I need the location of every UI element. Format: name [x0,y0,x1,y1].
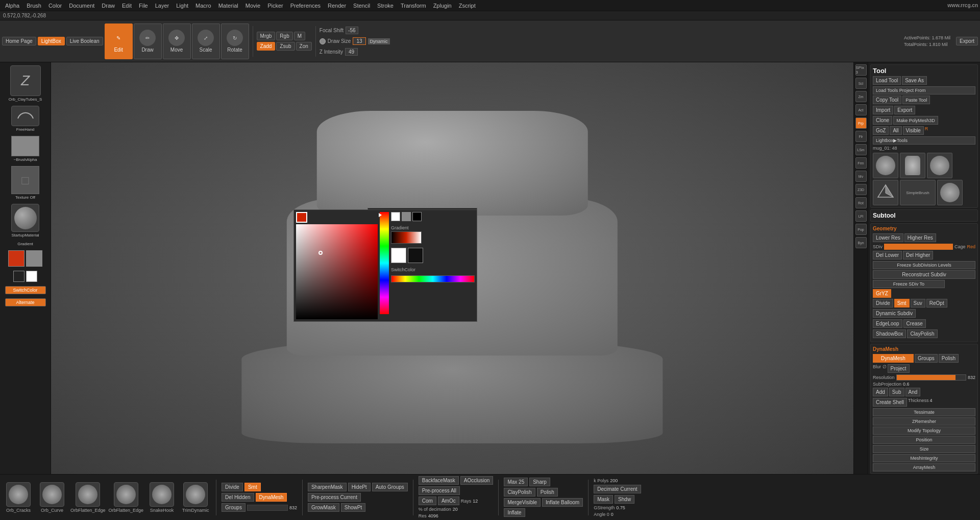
bottom-tool-orb-cracks[interactable]: Orb_Cracks [3,482,34,513]
create-shell-button[interactable]: Create Shell [873,398,907,407]
menu-edit[interactable]: Edit [119,2,135,10]
lsym-button[interactable]: LSm [855,144,867,155]
merge-visible-button[interactable]: MergeVisible [504,498,541,507]
menu-macro[interactable]: Macro [192,2,214,10]
white-large-swatch[interactable] [391,248,406,263]
floor-button[interactable]: Flr [855,131,867,142]
scroll-button[interactable]: Scl [855,78,867,89]
menu-layer[interactable]: Layer [152,2,173,10]
max25-button[interactable]: Max 25 [504,478,528,486]
foreground-color-swatch[interactable] [8,250,24,267]
project-button[interactable]: Project [888,364,910,373]
backface-mask-button[interactable]: BackfaceMask [419,476,459,485]
zoom-button[interactable]: Zm [855,91,867,102]
inflate-balloon-button[interactable]: Inflate Balloom [542,498,583,507]
freeze-subdiv-button[interactable]: Freeze SubDivision Levels [873,261,975,269]
alpha-preview[interactable] [11,136,39,156]
groups-bottom-button[interactable]: Groups [222,503,246,512]
lower-res-button[interactable]: Lower Res [873,233,903,242]
frame-button[interactable]: Frm [855,157,867,169]
menu-stencil[interactable]: Stencil [350,2,373,10]
reopt-button[interactable]: ReOpt [926,299,947,308]
modify-topology-button[interactable]: Modify Topology [873,427,975,435]
draw-size-dial[interactable] [320,38,326,44]
tool-thumb-mug01c[interactable] [937,180,963,205]
stroke-selector[interactable]: FreeHand [3,106,48,132]
save-as-button[interactable]: Save As [902,76,927,85]
switch-color-button[interactable]: SwitchColor [5,286,46,294]
black-swatch[interactable] [13,271,24,282]
menu-zplugin[interactable]: Zplugin [430,2,455,10]
gryz-button[interactable]: GrYZ [873,289,891,298]
texture-selector[interactable]: □ Texture Off [3,166,48,200]
move-button[interactable]: ✥ Move [163,23,191,59]
dynamic-label[interactable]: Dynamic [368,38,390,44]
resolution-slider[interactable] [896,374,966,381]
menu-file[interactable]: File [136,2,151,10]
draw-button[interactable]: ✏ Draw [134,23,162,59]
black-large-swatch[interactable] [408,248,423,263]
pre-process-current-button[interactable]: Pre-process Current [308,493,361,502]
line-fill-button[interactable]: LFl [855,210,867,222]
export-tool-button[interactable]: Export [894,106,915,114]
bottom-tool-orb-curve[interactable]: Orb_Curve [37,482,67,513]
visible-button[interactable]: Visible [903,126,924,135]
gradient-bar[interactable] [391,231,422,244]
clay-polish-button[interactable]: ClayPolish [504,488,535,497]
snakehook-icon[interactable] [150,482,174,507]
freeze-sdiv-to-button[interactable]: Freeze SDiv To [873,280,945,288]
menu-stroke[interactable]: Stroke [374,2,397,10]
smt-bottom-button[interactable]: Smt [244,483,261,491]
menu-document[interactable]: Document [66,2,97,10]
sdiv-slider[interactable] [884,244,953,250]
menu-alpha[interactable]: Alpha [2,2,22,10]
copy-tool-button[interactable]: Copy Tool [873,96,901,104]
all-button[interactable]: All [890,126,901,135]
resolution-bottom-slider[interactable] [247,505,288,511]
orbflatten-icon[interactable] [76,482,100,507]
polish-button[interactable]: Polish [939,354,959,363]
hide-pt-button[interactable]: HidePt [348,483,371,491]
sharpen-mask-button[interactable]: SharpenMask [308,483,347,491]
dynamesh-button[interactable]: DynaMesh [873,354,914,363]
orb-cracks-icon[interactable] [6,482,31,507]
add-button[interactable]: Add [873,388,888,396]
scale-button[interactable]: ⤢ Scale [192,23,220,59]
dynamic-subdiv-button[interactable]: Dynamic Subdiv [873,309,916,318]
mrgb-button[interactable]: Mrgb [257,32,276,40]
gray-option[interactable] [402,212,411,221]
trimdynamic-icon[interactable] [183,482,208,507]
menu-light[interactable]: Light [173,2,191,10]
size-button[interactable]: Size [873,445,975,453]
decimate-current-button[interactable]: Decimate Current [594,485,641,493]
lightbox-button[interactable]: LightBox [38,37,65,45]
edgeloop-button[interactable]: EdgeLoop [873,319,902,328]
gradient-selector[interactable]: Gradient [3,242,48,246]
material-selector[interactable]: StartupMaterial [3,204,48,238]
brush-selector[interactable]: Z Orb_ClayTubes_S [3,65,48,102]
alpha-selector[interactable]: ~BrushAlpha [3,136,48,162]
reconstruct-subdiv-button[interactable]: Reconstruct Subdiv [873,270,975,279]
rotate-button[interactable]: ↻ Rotate [221,23,249,59]
higher-res-button[interactable]: Higher Res [904,233,936,242]
smt-button[interactable]: Smt [894,299,910,308]
show-pt-button[interactable]: ShowPt [341,503,365,512]
import-button[interactable]: Import [873,106,893,114]
mask-bottom-button[interactable]: Mask [594,495,613,504]
tool-thumb-polymesh3d[interactable] [873,180,898,205]
menu-material[interactable]: Material [215,2,241,10]
array-mesh-button[interactable]: ArrayMesh [873,463,975,471]
white-option[interactable] [391,212,400,221]
rotate-vert-button[interactable]: Rot [855,197,867,208]
dynamesh-bottom-button[interactable]: DynaMesh [256,493,287,502]
menu-movie[interactable]: Movie [242,2,263,10]
bynmo-button[interactable]: Byn [855,237,867,248]
grow-mask-button[interactable]: GrowMask [308,503,339,512]
spix-button[interactable]: SPix 3 [855,64,867,76]
zsub-button[interactable]: Zsub [276,42,295,51]
popup-button[interactable]: Pop [855,224,867,235]
load-tools-project-button[interactable]: Load Tools Project From [873,86,975,94]
com-button[interactable]: Com [419,497,436,505]
make-polymesh-button[interactable]: Make PolyMesh3D [893,116,938,125]
color-picker-popup[interactable]: Gradient SwitchColor [293,209,477,322]
